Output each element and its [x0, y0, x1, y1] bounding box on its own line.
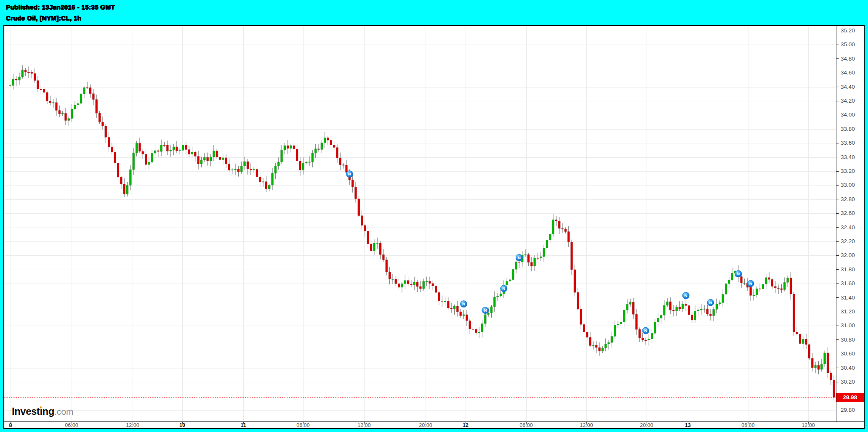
candle	[750, 287, 752, 295]
time-axis-label: 13	[685, 422, 691, 428]
news-marker[interactable]: N	[501, 285, 507, 292]
header-published-line: Published: 13Jan2016 - 15:35 GMT	[6, 3, 115, 11]
candle	[669, 302, 671, 310]
candle	[490, 307, 493, 313]
price-axis-tick	[836, 339, 839, 340]
candle	[602, 348, 604, 351]
candle	[716, 304, 718, 309]
candle	[703, 309, 706, 310]
candle	[537, 258, 539, 259]
candle	[120, 177, 122, 184]
candle	[225, 158, 227, 164]
price-axis-label: 30.20	[841, 379, 855, 385]
news-marker[interactable]: N	[346, 171, 353, 178]
investing-logo: Investıng.com	[12, 405, 73, 417]
news-marker-letter: N	[644, 328, 647, 333]
candle	[484, 315, 486, 324]
price-axis[interactable]: 35.2035.0034.8034.6034.4034.2034.0033.80…	[836, 26, 864, 421]
time-axis[interactable]: 806:0012:00101106:0012:0020:001206:0012:…	[4, 421, 864, 428]
news-marker[interactable]: N	[516, 254, 522, 261]
candle	[413, 282, 415, 285]
candle	[509, 280, 511, 281]
news-marker[interactable]: N	[707, 299, 714, 306]
candle	[389, 272, 391, 279]
price-axis-tick	[836, 284, 839, 284]
plot-area[interactable]: NNNNNNNNNN	[4, 26, 836, 421]
candle	[685, 304, 687, 305]
candle	[632, 302, 634, 314]
candle	[543, 248, 545, 257]
price-axis-tick	[836, 269, 839, 270]
candle	[660, 315, 662, 318]
news-marker[interactable]: N	[482, 307, 489, 314]
candle	[92, 94, 94, 100]
price-axis-label: 33.00	[841, 182, 855, 188]
price-axis-tick	[836, 101, 839, 101]
candle	[805, 339, 807, 345]
gridlines	[4, 26, 836, 421]
news-marker[interactable]: N	[642, 327, 649, 334]
candle	[398, 284, 400, 287]
candle	[620, 322, 622, 324]
candle	[86, 87, 88, 88]
candle	[216, 151, 218, 157]
chart-window: Published: 13Jan2016 - 15:35 GMT Crude O…	[0, 0, 868, 432]
candle	[293, 146, 295, 149]
candle	[27, 72, 29, 73]
candle	[697, 310, 699, 311]
price-axis-label: 29.80	[841, 407, 855, 413]
candle	[342, 165, 344, 166]
candle	[268, 185, 270, 189]
candle	[623, 310, 625, 322]
price-axis-tick	[836, 368, 839, 368]
candle	[234, 169, 237, 170]
price-axis-tick	[836, 185, 839, 186]
candle	[185, 145, 187, 150]
candle	[759, 289, 761, 289]
candle	[284, 146, 286, 150]
candle	[783, 282, 785, 289]
candle	[123, 184, 125, 194]
price-axis-label: 31.60	[841, 280, 855, 287]
news-marker-letter: N	[684, 293, 687, 298]
candle	[586, 332, 588, 337]
candle	[512, 269, 514, 279]
candle	[830, 373, 832, 380]
candle	[558, 221, 560, 228]
candle	[382, 254, 384, 260]
price-axis-tick	[836, 227, 839, 228]
price-axis-tick	[836, 45, 839, 45]
candle	[534, 258, 536, 266]
news-marker[interactable]: N	[735, 270, 742, 277]
candle	[330, 140, 332, 145]
news-marker[interactable]: N	[682, 292, 689, 299]
news-marker[interactable]: N	[747, 280, 754, 287]
candle	[59, 111, 61, 114]
candle	[709, 314, 711, 315]
price-axis-tick	[836, 73, 839, 73]
candle	[644, 340, 647, 341]
candle	[614, 325, 616, 336]
candle	[753, 295, 755, 296]
candle	[277, 162, 280, 166]
candle	[728, 280, 730, 284]
price-axis-tick	[836, 213, 839, 214]
news-marker[interactable]: N	[461, 301, 467, 307]
candle	[145, 154, 147, 164]
time-axis-label: 06:00	[296, 422, 309, 428]
candle	[793, 294, 795, 332]
candle	[203, 157, 205, 160]
candle	[345, 165, 347, 172]
candle	[463, 315, 465, 316]
candle	[9, 85, 11, 86]
candle	[595, 345, 597, 347]
time-axis-label: 11	[240, 422, 246, 428]
candle	[725, 284, 727, 294]
candle	[426, 281, 428, 282]
candle	[240, 166, 242, 172]
candle	[61, 113, 64, 114]
candle	[416, 282, 418, 286]
candle	[407, 281, 409, 284]
candle	[299, 161, 301, 170]
candle	[367, 231, 369, 244]
